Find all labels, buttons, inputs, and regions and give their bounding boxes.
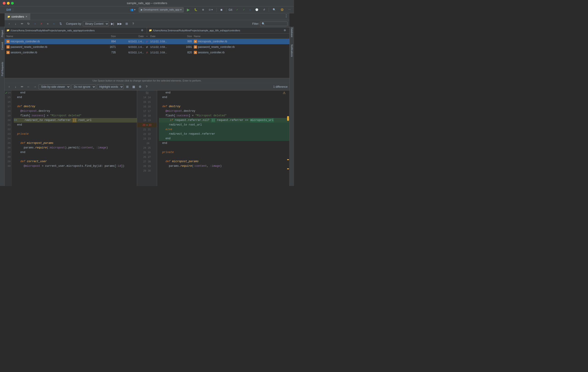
warning-icon: ⚠	[283, 91, 286, 95]
code-prev-button[interactable]: ↑	[6, 84, 12, 90]
maximize-button[interactable]	[11, 2, 14, 5]
code-edit-button[interactable]: ✏	[19, 84, 25, 90]
more-run-button[interactable]: ⊙ ▾	[207, 7, 214, 12]
ignore-dropdown[interactable]: Do not ignore	[71, 84, 96, 89]
sync-button[interactable]: ⇅	[58, 21, 63, 27]
left-path: /Users/Anna.Smirnova/RubyMineProjects/sa…	[10, 29, 95, 32]
tab-close-icon[interactable]: ✕	[25, 15, 27, 18]
apply-all-button[interactable]: ▶▶	[116, 21, 123, 27]
col-date-left: Date	[116, 35, 146, 38]
left-folder-icon: 📁	[6, 29, 10, 32]
window-controls[interactable]	[3, 2, 14, 5]
code-next-button[interactable]: ↓	[13, 84, 18, 90]
path-bars: 📁 /Users/Anna.Smirnova/RubyMineProjects/…	[5, 28, 289, 34]
minimize-button[interactable]	[7, 2, 10, 5]
right-sidebar: Database Notifications	[289, 27, 294, 186]
left-path-bar: 📁 /Users/Anna.Smirnova/RubyMineProjects/…	[5, 28, 147, 33]
play-button[interactable]: ▶	[186, 7, 191, 12]
code-help-button[interactable]: ?	[144, 84, 149, 90]
left-sidebar: Project Commit Pull Requests Bookmarks S…	[0, 27, 5, 186]
git-check2-button[interactable]: ✓	[242, 7, 246, 12]
file-name-password-left: rb password_resets_controller.rb	[6, 45, 102, 49]
stop-button[interactable]: ◼	[219, 7, 224, 12]
right-path-settings[interactable]: ⚙	[282, 28, 288, 33]
close-button[interactable]	[3, 2, 6, 5]
filter-area: Filter:	[252, 21, 288, 26]
prev-diff-button[interactable]: ↑	[6, 21, 12, 27]
ruby-icon-pw-right: rb	[194, 45, 197, 49]
git-history-button[interactable]: 🕐	[254, 7, 260, 12]
diff-marker-3	[287, 168, 289, 169]
git-label: Git:	[229, 8, 233, 11]
sidebar-item-database[interactable]: Database	[290, 27, 294, 38]
file-name-microposts-left: rb microposts_controller.rb	[6, 40, 102, 43]
diff-toolbar: ↑ ↓ ✏ ↻ → ≠ = ← ⇅ Compare by: Binary Con…	[5, 20, 289, 28]
next-diff-button[interactable]: ↓	[13, 21, 18, 27]
size-microposts-right: 995	[178, 40, 192, 43]
debug-button[interactable]: 🐛	[193, 7, 199, 12]
sidebar-item-notifications[interactable]: Notifications	[290, 43, 294, 59]
right-code-panel: ⚠ end end def destroy @micropost.destroy…	[157, 90, 289, 186]
file-name-sessions-left: rb sessions_controller.rb	[6, 51, 102, 54]
file-row-password-resets[interactable]: rb password_resets_controller.rb 1671 6/…	[5, 44, 289, 50]
git-check1-button[interactable]: ✓	[235, 7, 240, 12]
code-forward-button[interactable]: →	[32, 84, 38, 90]
more-button[interactable]: ⋯	[287, 7, 292, 12]
coverage-button[interactable]: ⊕	[201, 7, 205, 12]
arrow-left-button[interactable]: ←	[51, 21, 57, 27]
git-rollback-button[interactable]: ↺	[262, 7, 266, 12]
equal-button[interactable]: =	[45, 21, 51, 27]
center-line-numbers: 1414 1515 1616 1717 1818 1919 20«20 2121…	[137, 95, 157, 173]
col-name-right: Name	[192, 35, 288, 38]
compare-by-dropdown[interactable]: Binary Content	[83, 21, 109, 26]
col-date-right: Date	[148, 35, 178, 38]
git-push-button[interactable]: ↑	[248, 7, 252, 12]
not-equal-button[interactable]: ≠	[39, 21, 44, 27]
file-row-sessions[interactable]: rb sessions_controller.rb 735 6/23/22, 1…	[5, 50, 289, 55]
arrow-right-button[interactable]: →	[32, 21, 38, 27]
right-path: /Users/Anna.Smirnova/RubyMineProjects/sa…	[153, 29, 240, 32]
sidebar-item-pull-requests[interactable]: Pull Requests	[0, 61, 5, 77]
code-back-button[interactable]: ←	[26, 84, 31, 90]
viewer-dropdown[interactable]: Side-by-side viewer	[39, 84, 70, 89]
right-path-bar: 📁 /Users/Anna.Smirnova/RubyMineProjects/…	[147, 28, 289, 33]
hint-text: Use Space button or mouse click to chang…	[92, 79, 202, 82]
code-settings-button[interactable]: ⊞	[125, 84, 130, 90]
edit-button[interactable]: ✏	[19, 21, 25, 27]
code-columns-button[interactable]: ▦	[131, 84, 136, 90]
col-name-left: Name	[6, 35, 102, 38]
refresh-button[interactable]: ↻	[26, 21, 31, 27]
run-config-button[interactable]: ▶ Development: sample_rails_app ▾	[139, 7, 184, 12]
top-toolbar: Diff 👥 ▾ ▶ Development: sample_rails_app…	[0, 6, 294, 13]
ruby-icon-sess-left: rb	[6, 51, 10, 54]
people-button[interactable]: 👥 ▾	[129, 7, 137, 12]
search-everywhere-button[interactable]: 🔍	[271, 7, 277, 12]
sidebar-item-commit[interactable]: Commit	[0, 40, 5, 52]
size-microposts-left: 894	[102, 40, 116, 43]
right-code: end end def destroy @micropost.destroy f…	[157, 90, 289, 186]
diff-label: Diff	[6, 8, 11, 11]
window-title: sample_rails_app – controllers	[127, 1, 167, 5]
left-code-content: 14 15 16 17 18 19 20 21 22 23 24 25 26 2…	[5, 90, 137, 186]
code-gear-button[interactable]: ⚙	[137, 84, 143, 90]
sync2-button[interactable]: ⊞	[124, 21, 130, 27]
diff-sessions: ≠	[146, 51, 148, 54]
highlight-dropdown[interactable]: Highlight words	[97, 84, 124, 89]
help-button[interactable]: ?	[130, 21, 136, 27]
date-sessions-right: 1/11/22, 3:59...	[148, 51, 178, 54]
tab-menu-button[interactable]: ⋮	[283, 13, 289, 18]
tab-controllers[interactable]: 📁 controllers ✕	[5, 13, 30, 20]
diff-marker-1	[287, 116, 289, 121]
file-name-pw-right: rb password_resets_controller.rb	[192, 45, 288, 49]
col-diff: •	[146, 35, 148, 38]
left-path-settings[interactable]: ⚙	[139, 28, 145, 33]
sidebar-item-project[interactable]: Project	[0, 27, 5, 40]
size-sessions-left: 735	[102, 51, 116, 54]
toolbar-sep2	[217, 8, 217, 12]
filter-input[interactable]	[260, 21, 288, 26]
date-pw-right: 1/11/22, 3:59...	[148, 46, 178, 48]
apply-left-button[interactable]: ▶|	[110, 21, 115, 27]
ruby-icon-pw-left: rb	[6, 45, 10, 49]
settings-button[interactable]: ⚙	[279, 7, 285, 12]
file-row-microposts[interactable]: rb microposts_controller.rb 894 6/23/22,…	[5, 39, 289, 44]
